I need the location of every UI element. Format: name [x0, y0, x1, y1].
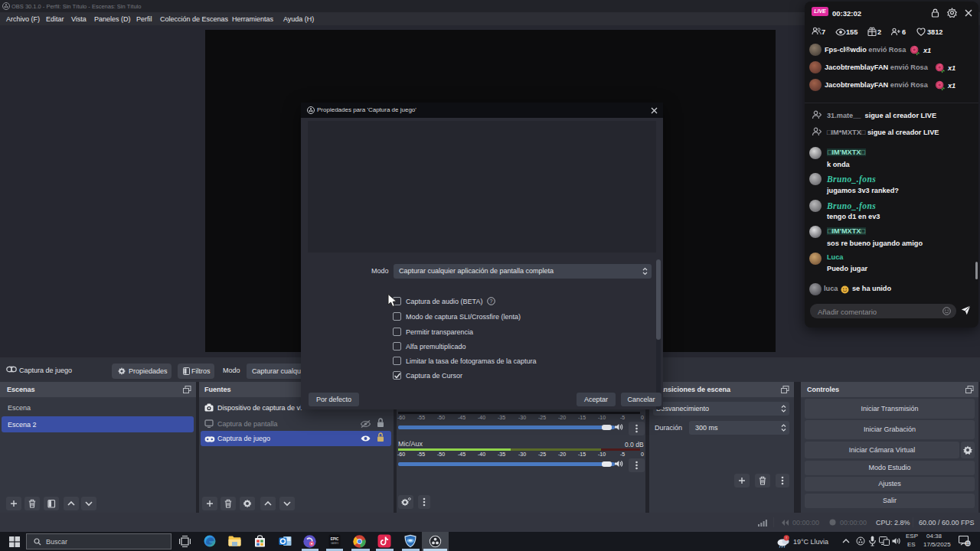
svg-text:11: 11: [965, 541, 969, 546]
svg-text:?: ?: [490, 298, 493, 304]
svg-text:EPIC: EPIC: [331, 537, 339, 541]
svg-text:!: !: [786, 536, 787, 540]
svg-text:GAMES: GAMES: [331, 542, 338, 545]
